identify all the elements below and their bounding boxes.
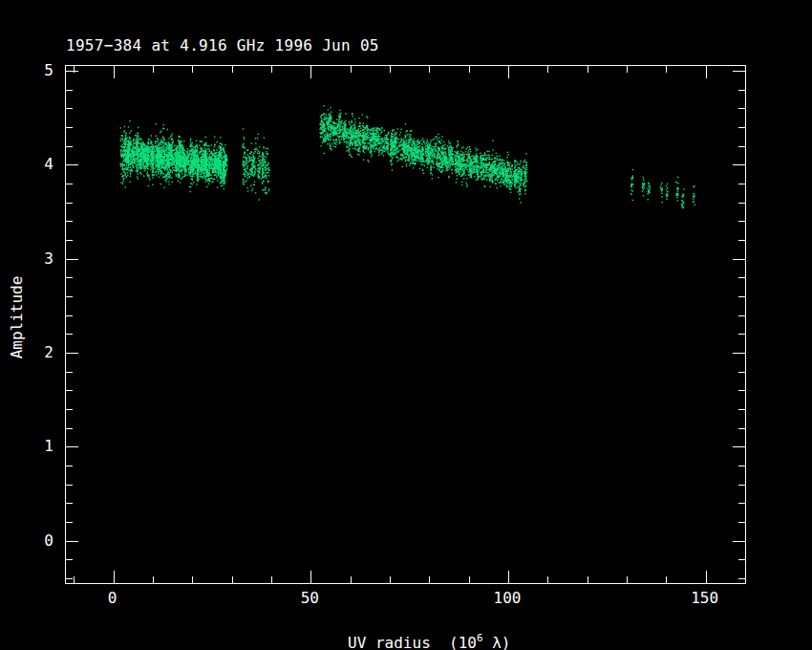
y-tick-label: 5 bbox=[44, 60, 53, 78]
x-tick-label: 100 bbox=[494, 589, 522, 607]
x-axis-label-exponent: 6 bbox=[477, 632, 483, 644]
radplot-figure: 1957−384 at 4.916 GHz 1996 Jun 05 Amplit… bbox=[0, 0, 812, 650]
y-tick-label: 4 bbox=[44, 155, 53, 173]
x-tick-label: 50 bbox=[301, 589, 319, 607]
x-axis-label: UV radius (106 λ) bbox=[311, 615, 511, 650]
plot-title: 1957−384 at 4.916 GHz 1996 Jun 05 bbox=[66, 36, 379, 54]
plot-frame bbox=[65, 65, 746, 584]
y-tick-label: 0 bbox=[44, 531, 53, 549]
y-tick-label: 3 bbox=[44, 249, 53, 267]
x-axis-label-prefix: UV radius (10 bbox=[348, 634, 477, 650]
x-tick-label: 150 bbox=[691, 589, 718, 607]
x-axis-label-suffix: λ) bbox=[483, 634, 511, 650]
x-tick-label: 0 bbox=[108, 589, 118, 607]
y-axis-label: Amplitude bbox=[8, 276, 26, 359]
y-tick-label: 1 bbox=[44, 437, 53, 455]
scatter-canvas bbox=[66, 66, 745, 583]
y-tick-label: 2 bbox=[44, 343, 53, 361]
